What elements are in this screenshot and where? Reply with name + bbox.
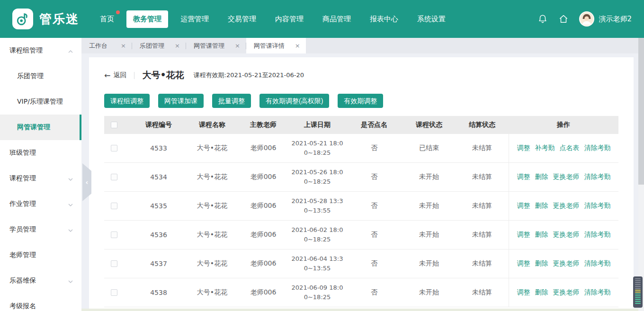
course-id-cell: 4534	[131, 173, 187, 181]
nav-item-academic[interactable]: 教务管理	[126, 10, 168, 28]
row-action-link[interactable]: 清除考勤	[584, 288, 611, 297]
row-action-link[interactable]: 调整	[517, 231, 530, 239]
nav-item-transactions[interactable]: 交易管理	[221, 10, 263, 28]
class-date-cell: 2021-05-28 13:30~13:55	[289, 196, 346, 215]
row-action-link[interactable]: 清除考勤	[584, 231, 611, 239]
app-logo[interactable]: 管乐迷	[12, 9, 79, 29]
validity-adjust-privileged-button[interactable]: 有效期调整(高权限)	[259, 94, 329, 108]
add-online-course-button[interactable]: 网管课加课	[158, 94, 204, 108]
home-icon[interactable]	[558, 14, 569, 24]
bottom-partial-row	[81, 309, 644, 311]
nav-item-content[interactable]: 内容管理	[268, 10, 310, 28]
close-icon[interactable]: ×	[175, 42, 180, 49]
row-action-link[interactable]: 补考勤	[535, 144, 555, 152]
row-action-link[interactable]: 更换老师	[553, 288, 580, 297]
nav-item-products[interactable]: 商品管理	[316, 10, 358, 28]
topbar-right: 演示老师2	[537, 11, 632, 27]
page-title: 大号•花花	[142, 69, 184, 81]
row-checkbox[interactable]	[111, 231, 117, 238]
course-status-cell: 已结束	[402, 144, 456, 152]
row-checkbox[interactable]	[111, 203, 117, 209]
scrollbar-thumb[interactable]	[638, 38, 644, 185]
row-action-link[interactable]: 更换老师	[553, 173, 580, 181]
row-action-link[interactable]: 删除	[535, 288, 548, 297]
sidebar-item-online-course-mgmt[interactable]: 网管课管理	[0, 115, 81, 140]
tab-online-course-detail[interactable]: 网管课详情 ×	[246, 38, 306, 53]
row-checkbox[interactable]	[111, 145, 117, 151]
batch-adjust-button[interactable]: 批量调整	[212, 94, 251, 108]
row-action-link[interactable]: 删除	[535, 259, 548, 268]
sidebar-item-course-group-mgmt[interactable]: 课程组管理	[0, 38, 81, 63]
row-action-link[interactable]: 删除	[535, 202, 548, 210]
row-action-link[interactable]: 调整	[517, 202, 530, 210]
sidebar-item-course-mgmt[interactable]: 课程管理	[0, 166, 81, 191]
course-id-cell: 4533	[131, 144, 187, 152]
row-action-link[interactable]: 调整	[517, 144, 530, 152]
class-date-cell: 2021-06-09 18:00~18:25	[289, 283, 346, 302]
table-row: 4536 大号•花花 老师006 2021-06-02 18:00~18:25 …	[104, 221, 618, 249]
logo-music-note-icon	[12, 9, 33, 29]
nav-item-reports[interactable]: 报表中心	[363, 10, 405, 28]
user-menu[interactable]: 演示老师2	[579, 11, 632, 27]
close-icon[interactable]: ×	[121, 42, 126, 49]
rollcall-cell: 否	[346, 202, 402, 210]
sidebar-item-class-mgmt[interactable]: 班级管理	[0, 140, 81, 166]
action-buttons: 课程组调整 网管课加课 批量调整 有效期调整(高权限) 有效期调整	[104, 94, 618, 108]
sidebar-item-instrument-maintenance[interactable]: 乐器维保	[0, 268, 81, 293]
page-scrollbar[interactable]	[638, 38, 644, 311]
teacher-cell: 老师006	[238, 202, 289, 210]
nav-item-settings[interactable]: 系统设置	[411, 10, 452, 28]
row-action-link[interactable]: 删除	[535, 231, 548, 239]
settlement-status-cell: 未结算	[456, 173, 509, 181]
settlement-status-cell: 未结算	[456, 144, 509, 152]
settlement-status-cell: 未结算	[456, 202, 509, 210]
sidebar-item-student-mgmt[interactable]: 学员管理	[0, 217, 81, 242]
rollcall-cell: 否	[346, 288, 402, 297]
tab-workbench[interactable]: 工作台 ×	[81, 38, 132, 53]
row-action-link[interactable]: 调整	[517, 259, 530, 268]
row-action-link[interactable]: 删除	[535, 173, 548, 181]
tab-bar: 工作台 × 乐团管理 × 网管课管理 × 网管课详情 ×	[81, 38, 644, 53]
row-action-link[interactable]: 清除考勤	[584, 173, 611, 181]
sidebar-item-vip-theory-mgmt[interactable]: VIP/乐理课管理	[0, 89, 81, 115]
course-name-cell: 大号•花花	[187, 259, 238, 268]
row-action-link[interactable]: 更换老师	[553, 259, 580, 268]
bell-icon[interactable]	[537, 14, 548, 24]
row-action-link[interactable]: 清除考勤	[584, 202, 611, 210]
back-button[interactable]: ← 返回	[104, 71, 126, 80]
close-icon[interactable]: ×	[235, 42, 240, 49]
nav-item-operations[interactable]: 运营管理	[174, 10, 215, 28]
row-checkbox-cell	[104, 174, 131, 180]
operations-cell: 调整 删除 更换老师 清除考勤	[509, 163, 618, 191]
floating-widget[interactable]	[633, 276, 643, 308]
course-table: 课程编号 课程名称 主教老师 上课日期 是否点名 课程状态 结算状态 操作 45…	[104, 116, 618, 307]
select-all-checkbox[interactable]	[111, 122, 117, 128]
row-checkbox-cell	[104, 289, 131, 296]
sidebar-item-orchestra-mgmt[interactable]: 乐团管理	[0, 63, 81, 89]
course-status-cell: 未开始	[402, 288, 456, 297]
row-action-link[interactable]: 更换老师	[553, 231, 580, 239]
row-checkbox[interactable]	[111, 260, 117, 267]
row-action-link[interactable]: 更换老师	[553, 202, 580, 210]
sidebar-item-homework-mgmt[interactable]: 作业管理	[0, 191, 81, 217]
tab-orchestra-mgmt[interactable]: 乐团管理 ×	[132, 38, 186, 53]
row-action-link[interactable]: 调整	[517, 173, 530, 181]
sidebar-item-exam-registration[interactable]: 考级报名	[0, 293, 81, 311]
row-action-link[interactable]: 点名表	[560, 144, 580, 152]
course-id-cell: 4536	[131, 231, 187, 239]
nav-item-home[interactable]: 首页	[93, 10, 121, 28]
row-action-link[interactable]: 清除考勤	[584, 144, 611, 152]
detail-header: ← 返回 大号•花花 课程有效期:2021-05-21至2021-06-20	[104, 69, 618, 81]
operations-cell: 调整 删除 更换老师 清除考勤	[509, 278, 618, 307]
tab-online-course-mgmt[interactable]: 网管课管理 ×	[186, 38, 246, 53]
close-icon[interactable]: ×	[295, 42, 300, 49]
table-row: 4537 大号•花花 老师006 2021-06-04 13:30~13:55 …	[104, 249, 618, 278]
course-group-adjust-button[interactable]: 课程组调整	[104, 94, 150, 108]
row-checkbox[interactable]	[111, 289, 117, 296]
validity-adjust-button[interactable]: 有效期调整	[338, 94, 383, 108]
row-action-link[interactable]: 调整	[517, 288, 530, 297]
sidebar-item-teacher-mgmt[interactable]: 老师管理	[0, 242, 81, 268]
class-date-cell: 2021-05-21 18:00~18:25	[289, 139, 346, 158]
row-action-link[interactable]: 清除考勤	[584, 259, 611, 268]
row-checkbox[interactable]	[111, 174, 117, 180]
